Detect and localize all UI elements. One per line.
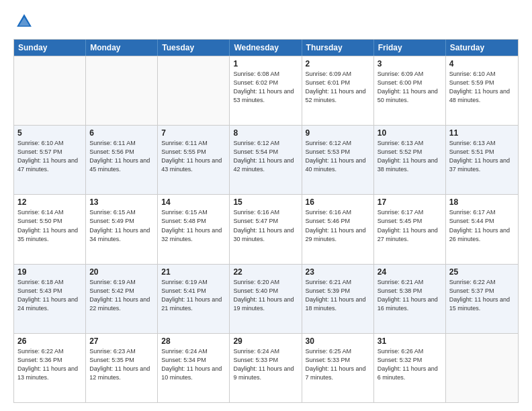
day-cell-31: 31Sunrise: 6:26 AM Sunset: 5:32 PM Dayli…: [374, 334, 446, 402]
day-number: 31: [378, 336, 442, 346]
day-number: 7: [161, 128, 226, 138]
day-number: 27: [89, 336, 154, 346]
day-number: 3: [378, 59, 442, 68]
day-number: 29: [233, 336, 298, 346]
day-number: 5: [17, 128, 82, 138]
day-number: 11: [449, 128, 515, 138]
day-number: 28: [161, 336, 226, 346]
week-row-3: 12Sunrise: 6:14 AM Sunset: 5:50 PM Dayli…: [14, 194, 518, 263]
day-cell-9: 9Sunrise: 6:12 AM Sunset: 5:53 PM Daylig…: [302, 126, 374, 194]
calendar-body: 1Sunrise: 6:08 AM Sunset: 6:02 PM Daylig…: [14, 56, 518, 402]
day-number: 13: [89, 197, 154, 207]
week-row-1: 1Sunrise: 6:08 AM Sunset: 6:02 PM Daylig…: [14, 56, 518, 125]
day-number: 22: [233, 267, 298, 277]
header-day-tuesday: Tuesday: [158, 40, 230, 56]
day-info: Sunrise: 6:13 AM Sunset: 5:52 PM Dayligh…: [378, 139, 442, 174]
header-day-friday: Friday: [374, 40, 446, 56]
day-cell-30: 30Sunrise: 6:25 AM Sunset: 5:33 PM Dayli…: [302, 334, 374, 402]
week-row-5: 26Sunrise: 6:22 AM Sunset: 5:36 PM Dayli…: [14, 333, 518, 402]
day-info: Sunrise: 6:10 AM Sunset: 5:57 PM Dayligh…: [17, 139, 82, 174]
day-info: Sunrise: 6:08 AM Sunset: 6:02 PM Dayligh…: [233, 70, 298, 105]
day-number: 8: [233, 128, 298, 138]
day-cell-26: 26Sunrise: 6:22 AM Sunset: 5:36 PM Dayli…: [14, 334, 86, 402]
day-number: 21: [161, 267, 226, 277]
header-day-monday: Monday: [86, 40, 158, 56]
day-info: Sunrise: 6:10 AM Sunset: 5:59 PM Dayligh…: [449, 70, 515, 105]
day-cell-10: 10Sunrise: 6:13 AM Sunset: 5:52 PM Dayli…: [374, 126, 446, 194]
header-day-thursday: Thursday: [302, 40, 374, 56]
calendar-page: SundayMondayTuesdayWednesdayThursdayFrid…: [0, 0, 532, 411]
day-cell-22: 22Sunrise: 6:20 AM Sunset: 5:40 PM Dayli…: [230, 265, 302, 333]
day-number: 1: [233, 59, 298, 68]
header-day-wednesday: Wednesday: [230, 40, 302, 56]
day-cell-21: 21Sunrise: 6:19 AM Sunset: 5:41 PM Dayli…: [158, 265, 230, 333]
day-info: Sunrise: 6:12 AM Sunset: 5:54 PM Dayligh…: [233, 139, 298, 174]
day-cell-2: 2Sunrise: 6:09 AM Sunset: 6:01 PM Daylig…: [302, 56, 374, 125]
day-cell-28: 28Sunrise: 6:24 AM Sunset: 5:34 PM Dayli…: [158, 334, 230, 402]
day-info: Sunrise: 6:23 AM Sunset: 5:35 PM Dayligh…: [89, 347, 154, 382]
day-cell-20: 20Sunrise: 6:19 AM Sunset: 5:42 PM Dayli…: [86, 265, 158, 333]
empty-cell: [14, 56, 86, 125]
empty-cell: [446, 334, 518, 402]
day-number: 2: [306, 59, 370, 68]
day-number: 4: [449, 59, 515, 68]
week-row-4: 19Sunrise: 6:18 AM Sunset: 5:43 PM Dayli…: [14, 264, 518, 333]
day-info: Sunrise: 6:09 AM Sunset: 6:00 PM Dayligh…: [378, 70, 442, 105]
day-info: Sunrise: 6:11 AM Sunset: 5:55 PM Dayligh…: [161, 139, 226, 174]
day-info: Sunrise: 6:11 AM Sunset: 5:56 PM Dayligh…: [89, 139, 154, 174]
day-info: Sunrise: 6:19 AM Sunset: 5:42 PM Dayligh…: [89, 278, 154, 313]
day-number: 25: [449, 267, 515, 277]
empty-cell: [86, 56, 158, 125]
day-info: Sunrise: 6:19 AM Sunset: 5:41 PM Dayligh…: [161, 278, 226, 313]
day-info: Sunrise: 6:24 AM Sunset: 5:34 PM Dayligh…: [161, 347, 226, 382]
day-cell-5: 5Sunrise: 6:10 AM Sunset: 5:57 PM Daylig…: [14, 126, 86, 194]
calendar-header: SundayMondayTuesdayWednesdayThursdayFrid…: [14, 40, 518, 56]
day-cell-29: 29Sunrise: 6:24 AM Sunset: 5:33 PM Dayli…: [230, 334, 302, 402]
day-info: Sunrise: 6:18 AM Sunset: 5:43 PM Dayligh…: [17, 278, 82, 313]
day-info: Sunrise: 6:15 AM Sunset: 5:48 PM Dayligh…: [161, 208, 226, 243]
week-row-2: 5Sunrise: 6:10 AM Sunset: 5:57 PM Daylig…: [14, 125, 518, 194]
empty-cell: [158, 56, 230, 125]
day-info: Sunrise: 6:24 AM Sunset: 5:33 PM Dayligh…: [233, 347, 298, 382]
day-cell-1: 1Sunrise: 6:08 AM Sunset: 6:02 PM Daylig…: [230, 56, 302, 125]
day-number: 17: [378, 197, 442, 207]
day-cell-14: 14Sunrise: 6:15 AM Sunset: 5:48 PM Dayli…: [158, 195, 230, 263]
day-info: Sunrise: 6:13 AM Sunset: 5:51 PM Dayligh…: [449, 139, 515, 174]
day-cell-27: 27Sunrise: 6:23 AM Sunset: 5:35 PM Dayli…: [86, 334, 158, 402]
day-cell-25: 25Sunrise: 6:22 AM Sunset: 5:37 PM Dayli…: [446, 265, 518, 333]
day-info: Sunrise: 6:20 AM Sunset: 5:40 PM Dayligh…: [233, 278, 298, 313]
day-info: Sunrise: 6:22 AM Sunset: 5:37 PM Dayligh…: [449, 278, 515, 313]
day-number: 19: [17, 267, 82, 277]
page-header: [13, 12, 519, 34]
day-info: Sunrise: 6:14 AM Sunset: 5:50 PM Dayligh…: [17, 208, 82, 243]
header-day-sunday: Sunday: [14, 40, 86, 56]
day-number: 26: [17, 336, 82, 346]
day-cell-16: 16Sunrise: 6:16 AM Sunset: 5:46 PM Dayli…: [302, 195, 374, 263]
logo-icon: [15, 12, 34, 31]
day-number: 18: [449, 197, 515, 207]
day-cell-18: 18Sunrise: 6:17 AM Sunset: 5:44 PM Dayli…: [446, 195, 518, 263]
day-cell-6: 6Sunrise: 6:11 AM Sunset: 5:56 PM Daylig…: [86, 126, 158, 194]
day-number: 12: [17, 197, 82, 207]
day-info: Sunrise: 6:21 AM Sunset: 5:38 PM Dayligh…: [378, 278, 442, 313]
day-info: Sunrise: 6:26 AM Sunset: 5:32 PM Dayligh…: [378, 347, 442, 382]
day-number: 30: [306, 336, 370, 346]
day-cell-24: 24Sunrise: 6:21 AM Sunset: 5:38 PM Dayli…: [374, 265, 446, 333]
day-cell-15: 15Sunrise: 6:16 AM Sunset: 5:47 PM Dayli…: [230, 195, 302, 263]
calendar: SundayMondayTuesdayWednesdayThursdayFrid…: [13, 39, 519, 403]
day-info: Sunrise: 6:17 AM Sunset: 5:44 PM Dayligh…: [449, 208, 515, 243]
day-info: Sunrise: 6:21 AM Sunset: 5:39 PM Dayligh…: [306, 278, 370, 313]
day-info: Sunrise: 6:09 AM Sunset: 6:01 PM Dayligh…: [306, 70, 370, 105]
day-info: Sunrise: 6:16 AM Sunset: 5:46 PM Dayligh…: [306, 208, 370, 243]
day-info: Sunrise: 6:16 AM Sunset: 5:47 PM Dayligh…: [233, 208, 298, 243]
day-cell-17: 17Sunrise: 6:17 AM Sunset: 5:45 PM Dayli…: [374, 195, 446, 263]
day-info: Sunrise: 6:22 AM Sunset: 5:36 PM Dayligh…: [17, 347, 82, 382]
day-cell-7: 7Sunrise: 6:11 AM Sunset: 5:55 PM Daylig…: [158, 126, 230, 194]
day-number: 16: [306, 197, 370, 207]
day-cell-3: 3Sunrise: 6:09 AM Sunset: 6:00 PM Daylig…: [374, 56, 446, 125]
day-info: Sunrise: 6:12 AM Sunset: 5:53 PM Dayligh…: [306, 139, 370, 174]
day-info: Sunrise: 6:25 AM Sunset: 5:33 PM Dayligh…: [306, 347, 370, 382]
logo: [13, 12, 34, 34]
day-cell-4: 4Sunrise: 6:10 AM Sunset: 5:59 PM Daylig…: [446, 56, 518, 125]
day-cell-19: 19Sunrise: 6:18 AM Sunset: 5:43 PM Dayli…: [14, 265, 86, 333]
